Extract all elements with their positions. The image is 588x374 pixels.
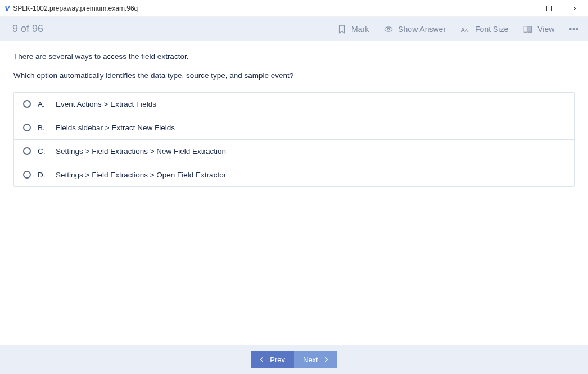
view-button[interactable]: View xyxy=(523,24,554,34)
radio-icon xyxy=(23,124,31,131)
bookmark-icon xyxy=(337,24,347,34)
option-d[interactable]: D. Settings > Field Extractions > Open F… xyxy=(14,163,574,186)
more-icon: ••• xyxy=(569,25,579,34)
minimize-icon xyxy=(521,8,526,8)
option-letter: A. xyxy=(38,100,49,108)
close-icon xyxy=(572,6,578,11)
option-letter: D. xyxy=(38,171,49,179)
option-text: Settings > Field Extractions > New Field… xyxy=(56,147,226,156)
nav-buttons: Prev Next xyxy=(251,351,337,368)
svg-text:A: A xyxy=(461,26,465,33)
window-title: SPLK-1002.prepaway.premium.exam.96q xyxy=(13,4,138,12)
prev-button[interactable]: Prev xyxy=(251,351,294,368)
maximize-button[interactable] xyxy=(536,0,562,17)
radio-icon xyxy=(23,100,31,108)
more-button[interactable]: ••• xyxy=(569,25,579,34)
toolbar: 9 of 96 Mark Show Answer AA Font Size Vi… xyxy=(0,17,588,41)
view-label: View xyxy=(537,25,554,34)
svg-rect-8 xyxy=(524,26,527,32)
maximize-icon xyxy=(546,6,552,11)
show-answer-button[interactable]: Show Answer xyxy=(383,24,446,34)
options-list: A. Event Actions > Extract Fields B. Fie… xyxy=(13,92,575,187)
minimize-button[interactable] xyxy=(510,0,536,17)
svg-rect-1 xyxy=(547,6,552,11)
content: There are several ways to access the fie… xyxy=(0,41,588,197)
option-text: Event Actions > Extract Fields xyxy=(56,100,156,108)
title-bar: V SPLK-1002.prepaway.premium.exam.96q xyxy=(0,0,588,17)
chevron-right-icon xyxy=(324,357,328,362)
svg-rect-0 xyxy=(521,8,526,8)
question-line-2: Which option automatically identifies th… xyxy=(13,70,575,81)
svg-point-4 xyxy=(385,26,392,31)
radio-icon xyxy=(23,171,31,179)
font-size-label: Font Size xyxy=(475,25,508,34)
title-left: V SPLK-1002.prepaway.premium.exam.96q xyxy=(4,4,138,13)
option-letter: B. xyxy=(38,124,49,132)
app-icon: V xyxy=(4,4,10,13)
mark-label: Mark xyxy=(351,25,369,34)
font-size-icon: AA xyxy=(460,24,471,34)
view-icon xyxy=(523,24,533,34)
eye-icon xyxy=(383,24,393,34)
svg-point-5 xyxy=(387,28,390,30)
svg-rect-9 xyxy=(528,26,532,32)
mark-button[interactable]: Mark xyxy=(337,24,369,34)
option-c[interactable]: C. Settings > Field Extractions > New Fi… xyxy=(14,140,574,163)
toolbar-actions: Mark Show Answer AA Font Size View ••• xyxy=(337,24,579,34)
option-letter: C. xyxy=(38,147,49,156)
show-answer-label: Show Answer xyxy=(398,25,446,34)
next-button[interactable]: Next xyxy=(294,351,337,368)
close-button[interactable] xyxy=(562,0,588,17)
chevron-left-icon xyxy=(260,357,264,362)
option-text: Fields sidebar > Extract New Fields xyxy=(56,124,175,132)
next-label: Next xyxy=(303,355,318,364)
window-controls xyxy=(510,0,588,17)
svg-text:A: A xyxy=(465,28,468,33)
bottom-bar: Prev Next xyxy=(0,345,588,374)
font-size-button[interactable]: AA Font Size xyxy=(460,24,508,34)
option-b[interactable]: B. Fields sidebar > Extract New Fields xyxy=(14,116,574,140)
question-line-1: There are several ways to access the fie… xyxy=(13,51,575,62)
option-a[interactable]: A. Event Actions > Extract Fields xyxy=(14,93,574,116)
option-text: Settings > Field Extractions > Open Fiel… xyxy=(56,171,226,179)
question-counter: 9 of 96 xyxy=(12,23,43,35)
radio-icon xyxy=(23,147,31,155)
prev-label: Prev xyxy=(270,355,285,364)
